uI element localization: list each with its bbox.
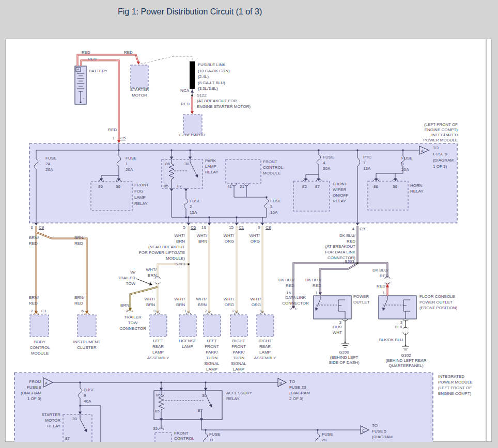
rr-pin-3: 3: [259, 308, 261, 314]
floor-console-label: FLOOR CONSOLE POWER OUTLET (FRONT POSITI…: [419, 294, 457, 311]
wire-label-wht-brn-2: WHT/ BRN: [197, 233, 207, 244]
fuse-8-label: FUSE 8 20A: [401, 155, 412, 172]
wire-label-brn-red-1: BRN/ RED: [29, 235, 39, 246]
fusible-link-label: FUSIBLE LINK (10 GA-DK GRN) (2.4L) (8 GA…: [198, 62, 230, 92]
acc-pin-30: 30: [202, 393, 207, 398]
ipm-top-label: (LEFT FRONT OF ENGINE COMPT) INTEGRATED …: [423, 122, 458, 143]
smr-pin-87: 87: [65, 436, 70, 441]
cluster-label: INSTRUMENT CLUSTER: [73, 339, 100, 350]
wire-label-wht-brn-1: WHT/ BRN: [175, 233, 185, 244]
wire-label-red-1: RED: [82, 50, 90, 55]
diagram-labels-layer: REDREDRED+-BATTERYSTARTER MOTORFUSIBLE L…: [0, 0, 498, 448]
wiper-relay-pin-85: 85: [302, 184, 307, 189]
trailer-tow-connector-label: TRAILER TOW CONNECTOR: [119, 314, 146, 331]
rr-lamp-label: RIGHT REAR LAMP ASSEMBLY: [254, 338, 276, 361]
wire-label-blk-wht: BLK/ WHT: [333, 324, 342, 335]
fuse-3-label: FUSE 3 15A: [270, 198, 281, 215]
to-fuse-5-label: TO FUSE 5 (DIAGRAM: [372, 423, 393, 440]
acc-pin-87: 87: [198, 408, 203, 413]
exit-pin-6: 6: [31, 225, 33, 230]
g302-label: G302 (BEHIND LEFT REAR QUARTERPANEL): [386, 353, 427, 369]
wire-label-red-2: RED: [124, 50, 133, 55]
g200-label: G200 (BEHIND LEFT SIDE OF DASH): [329, 350, 359, 365]
wire-label-wht-org-3: WHT/ ORG: [224, 296, 234, 308]
page-title: Fig 1: Power Distribution Circuit (1 of …: [118, 7, 262, 17]
wire-label-blk-dkblu: BLK/DK BLU: [379, 337, 403, 343]
wire-label-brn-red-4: BRN/ RED: [74, 295, 84, 306]
exit-pin-4: 4: [352, 226, 354, 232]
fuse-9-label: FUSE 9 40A: [84, 387, 95, 404]
arrow-c-letter: C: [362, 428, 365, 434]
to-fuse-9-label: TO FUSE 9 (DIAGRAM 1 OF 3): [433, 145, 454, 170]
fcm-pin-21: 21: [240, 184, 244, 189]
wire-label-dkblu-red-2: DK BLU/ RED: [278, 277, 294, 289]
acc-relay-label: ACCESSORY RELAY: [226, 390, 252, 402]
dlc-label: DATA LINK CONNECTOR: [282, 295, 308, 306]
wire-label-brn-red-2: BRN/ RED: [74, 235, 84, 246]
wiper-relay-label: FRONT WIPER ON/OFF RELAY: [333, 181, 348, 204]
po-pin-1: 1: [316, 290, 318, 296]
arrow-a1-letter: A: [421, 148, 424, 154]
bcm-label: BODY CONTROL MODULE: [29, 339, 50, 356]
wire-label-red-6: RED: [377, 283, 385, 289]
cluster-pin-6: 6: [82, 308, 84, 314]
exit-conn-c9-2: C9: [360, 226, 365, 232]
acc-pin-85: 85: [155, 408, 160, 414]
wire-label-blk: BLK: [395, 324, 402, 330]
rf-lamp-label: RIGHT FRONT PARK/ TURN SIGNAL LAMP: [231, 338, 246, 372]
license-pin-1: 1: [184, 308, 186, 314]
horn-relay-pin-30: 30: [393, 184, 397, 189]
from-fuse-8-label: FROM FUSE 8 (DIAGRAM 1 OF 3): [21, 379, 41, 402]
ptc-7-label: PTC 7 13A: [363, 154, 371, 171]
wire-label-wht-org-4: WHT/ ORG: [251, 296, 261, 308]
wire-label-wht-brn-6: WHT/ BRN: [196, 296, 207, 308]
w-trailer-tow-label: W/ TRAILER TOW: [118, 269, 135, 286]
wire-label-brn: BRN: [120, 302, 129, 308]
wire-label-wht-brn-5: WHT/ BRN: [175, 296, 185, 308]
wire-label-dkblu-red-4: DK BLU/ RED: [372, 267, 388, 279]
nca-label: NCA: [180, 88, 189, 93]
fuse-4-label: FUSE 4 30A: [323, 154, 334, 171]
fuse-24-label: FUSE 24 20A: [45, 155, 56, 172]
wire-label-wht-brn-3: WHT/ BRN: [146, 267, 157, 278]
park-relay-pin-86: 86: [165, 161, 170, 167]
smr-pin-30: 30: [72, 416, 77, 422]
ipm2-label: INTEGRATED POWER MODULE (LEFT FRONT OF E…: [438, 374, 473, 396]
wire-label-dkblu-red-1: DK BLU/ RED: [339, 233, 355, 244]
wire-label-wht-org-2: WHT/ ORG: [250, 233, 260, 244]
exit-pin-15: 15: [229, 225, 234, 230]
exit-conn-c1: C1: [239, 225, 244, 230]
left-rear-lamp-label: LEFT REAR LAMP ASSEMBLY: [147, 338, 169, 361]
park-relay-label: PARK LAMP RELAY: [205, 158, 219, 175]
arrow-b-letter: B: [279, 380, 282, 386]
starter-relay-label: STARTER MOTOR RELAY: [41, 412, 60, 429]
wire-label-red-4: RED: [181, 101, 190, 107]
fuse-2-label: FUSE 2 15A: [190, 198, 200, 215]
fog-relay-pin-86: 86: [98, 184, 103, 189]
pin-1-c5: 1: [113, 135, 115, 141]
wire-label-wht-brn-4: WHT/ BRN: [145, 296, 155, 308]
battery-minus: -: [83, 95, 84, 101]
exit-pin-5: 5: [183, 225, 185, 230]
horn-relay-label: HORN RELAY: [410, 183, 424, 194]
wire-label-red-5: RED: [108, 127, 117, 133]
exit-pin-9: 9: [258, 225, 260, 230]
bcm-pin-2: 2: [31, 308, 33, 314]
conn-c5: C5: [120, 135, 126, 141]
exit-conn-c6: C6: [191, 225, 196, 230]
power-outlet-label: POWER OUTLET: [353, 294, 370, 305]
fcm-label: FRONT CONTROL MODULE: [263, 159, 283, 176]
park-relay-pin-87: 87: [177, 183, 182, 189]
lf-pin-2: 2: [205, 308, 207, 314]
s303-label: S303: [345, 259, 354, 264]
battery-plus: +: [77, 67, 79, 72]
s122-label: S122 (AT BREAKOUT FOR ENGINE STARTER MOT…: [197, 92, 251, 109]
leftrear-pin-3: 3: [153, 308, 155, 314]
park-relay-pin-85: 85: [164, 183, 168, 189]
wiper-relay-pin-87: 87: [315, 184, 320, 189]
to-fuse-23-label: TO FUSE 23 (DIAGRAM 2 OF 3): [289, 379, 310, 402]
fuse-11-label: FUSE 11: [209, 431, 220, 443]
wire-label-red-3: RED: [88, 56, 97, 62]
park-relay-pin-30: 30: [184, 161, 189, 167]
generator-label: GENERATOR: [179, 132, 205, 138]
